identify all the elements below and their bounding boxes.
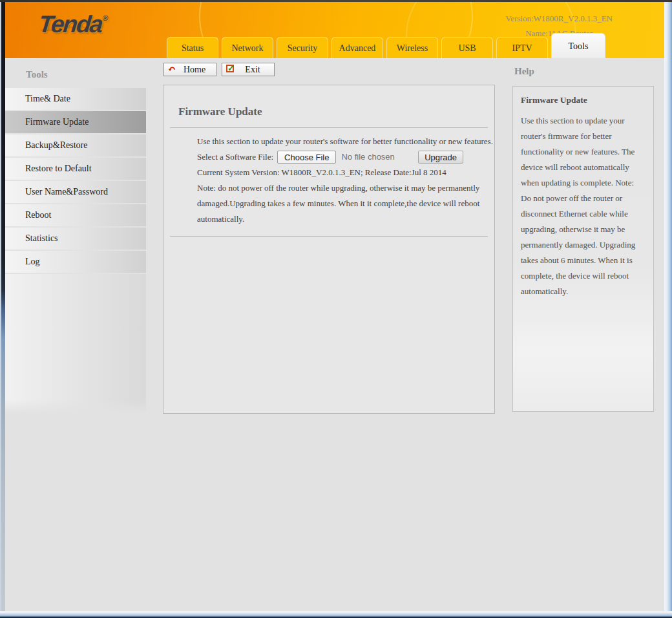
top-toolbar: ↶ Home Exit — [163, 63, 275, 76]
sidebar-item-statistics[interactable]: Statistics — [5, 228, 146, 250]
tab-security[interactable]: Security — [277, 37, 328, 58]
brand-text: Tenda — [37, 11, 103, 37]
header-banner: Tenda® Tenda Version:W1800R_V2.0.1.3_EN … — [5, 2, 666, 58]
registered-mark: ® — [102, 14, 109, 23]
page-title: Firmware Update — [178, 105, 494, 118]
help-section-title: Firmware Update — [521, 95, 646, 105]
help-title: Help — [514, 66, 534, 77]
sidebar-item-restore-default[interactable]: Restore to Default — [5, 158, 146, 180]
bottom-divider — [170, 236, 488, 237]
exit-button[interactable]: Exit — [222, 63, 275, 76]
window-frame-bottom — [0, 611, 672, 618]
note-text: Note: do not power off the router while … — [197, 180, 489, 227]
sidebar-item-username-password[interactable]: User Name&Password — [5, 181, 146, 203]
firmware-update-panel: Firmware Update Use this section to upda… — [163, 85, 495, 414]
tab-status[interactable]: Status — [167, 37, 218, 58]
exit-button-label: Exit — [238, 65, 274, 75]
window-frame-left — [0, 0, 5, 618]
sidebar-item-reboot[interactable]: Reboot — [5, 204, 146, 226]
no-file-chosen-text: No file chosen — [341, 149, 394, 165]
tab-network[interactable]: Network — [222, 37, 273, 58]
sidebar-title: Tools — [5, 58, 146, 88]
tab-advanced[interactable]: Advanced — [331, 37, 383, 58]
tab-iptv[interactable]: IPTV — [496, 37, 548, 58]
home-button-label: Home — [180, 65, 216, 75]
version-label: Version:W1800R_V2.0.1.3_EN — [505, 11, 613, 26]
sidebar-item-time-date[interactable]: Time& Date — [5, 88, 146, 110]
home-arrow-icon: ↶ — [164, 65, 180, 74]
page-body: Tools Time& Date Firmware Update Backup&… — [5, 58, 666, 611]
tenda-logo: Tenda® — [37, 11, 109, 38]
choose-file-button[interactable]: Choose File — [277, 151, 336, 164]
tab-wireless[interactable]: Wireless — [386, 37, 438, 58]
tab-tools[interactable]: Tools — [551, 33, 605, 58]
tools-sidebar: Tools Time& Date Firmware Update Backup&… — [5, 58, 146, 414]
main-nav-tabbar: Status Network Security Advanced Wireles… — [167, 33, 605, 58]
sidebar-fade — [5, 400, 146, 414]
window-frame-right — [664, 0, 672, 618]
window-frame-top — [0, 0, 672, 2]
file-select-row: Select a Software File: Choose File No f… — [197, 149, 490, 165]
sidebar-item-firmware-update[interactable]: Firmware Update — [5, 111, 146, 133]
sidebar-item-log[interactable]: Log — [5, 251, 146, 273]
file-select-label: Select a Software File: — [197, 149, 273, 165]
help-panel: Firmware Update Use this section to upda… — [512, 86, 654, 412]
sidebar-filler — [5, 274, 146, 414]
help-body-text: Use this section to update your router's… — [521, 113, 646, 299]
intro-text: Use this section to update your router's… — [197, 134, 490, 149]
firmware-update-form: Use this section to update your router's… — [163, 128, 494, 227]
sidebar-item-backup-restore[interactable]: Backup&Restore — [5, 134, 146, 156]
home-button[interactable]: ↶ Home — [163, 63, 216, 76]
upgrade-button[interactable]: Upgrade — [418, 151, 463, 164]
exit-check-icon — [222, 65, 238, 75]
tab-usb[interactable]: USB — [441, 37, 493, 58]
current-version-text: Current System Version: W1800R_V2.0.1.3_… — [197, 165, 490, 180]
